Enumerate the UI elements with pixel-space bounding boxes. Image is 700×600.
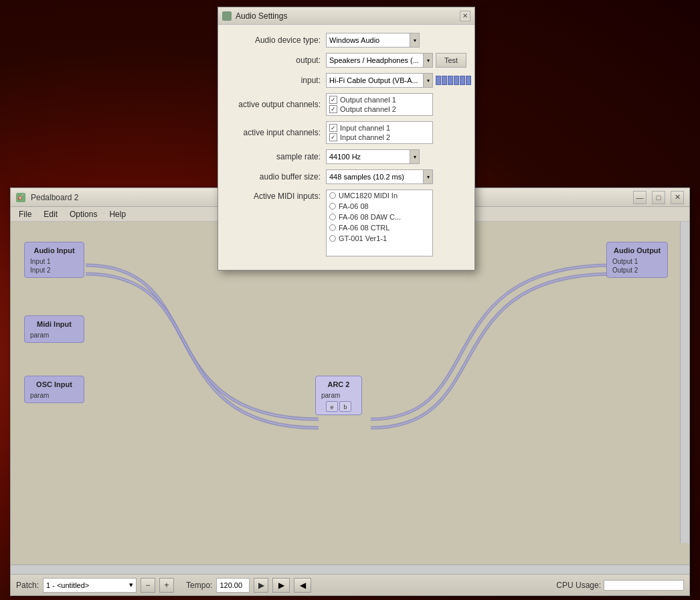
output-channels-label: active output channels: (229, 100, 326, 109)
level-bar-5 (460, 76, 465, 85)
output-channel-1[interactable]: ✓ Output channel 1 (329, 95, 430, 104)
midi-label-3: FA-06 08 DAW C... (339, 213, 401, 221)
output-channel-2-checkbox[interactable]: ✓ (329, 105, 337, 113)
close-button[interactable]: ✕ (671, 191, 684, 204)
output-row: output: Speakers / Headphones (... ▾ Tes… (229, 53, 464, 68)
vertical-scrollbar[interactable] (680, 222, 689, 543)
cpu-bar-container: CPU Usage: (556, 580, 684, 591)
midi-label-4: FA-06 08 CTRL (339, 224, 389, 232)
sample-rate-row: sample rate: 44100 Hz ▾ (229, 149, 464, 164)
audio-device-type-select[interactable]: Windows Audio ▾ (326, 33, 420, 48)
play-button[interactable]: ▶ (272, 578, 290, 593)
output-channel-1-label: Output channel 1 (340, 96, 396, 104)
midi-item-1[interactable]: UMC1820 MIDI In (327, 190, 432, 201)
arc2-node[interactable]: ARC 2 param e b (315, 376, 362, 415)
midi-item-3[interactable]: FA-06 08 DAW C... (327, 212, 432, 222)
input-control: Hi-Fi Cable Output (VB-A... ▾ (326, 73, 471, 88)
patch-label: Patch: (16, 581, 39, 590)
audio-device-type-label: Audio device type: (229, 35, 326, 45)
sample-rate-label: sample rate: (229, 152, 326, 161)
buffer-size-select[interactable]: 448 samples (10.2 ms) ▾ (326, 169, 433, 184)
output-select[interactable]: Speakers / Headphones (... ▾ (326, 53, 433, 68)
buffer-size-value: 448 samples (10.2 ms) (327, 173, 423, 181)
dialog-body: Audio device type: Windows Audio ▾ outpu… (218, 25, 474, 270)
pedalboard-icon: 🎸 (16, 193, 25, 202)
input-channels-label: active input channels: (229, 128, 326, 137)
osc-input-node[interactable]: OSC Input param (24, 376, 84, 403)
audio-input-port1: Input 1 (29, 257, 80, 266)
input-channel-2-label: Input channel 2 (340, 133, 390, 141)
input-select[interactable]: Hi-Fi Cable Output (VB-A... ▾ (326, 73, 433, 88)
menu-edit[interactable]: Edit (38, 208, 63, 220)
output-control: Speakers / Headphones (... ▾ Test (326, 53, 466, 68)
midi-input-node[interactable]: Midi Input param (24, 315, 84, 343)
midi-inputs-list[interactable]: UMC1820 MIDI In FA-06 08 FA-06 08 DAW C.… (326, 190, 433, 256)
level-bar-1 (436, 76, 441, 85)
patch-minus-button[interactable]: − (141, 578, 155, 593)
tempo-value[interactable]: 120.00 (216, 578, 250, 593)
input-channel-2-checkbox[interactable]: ✓ (329, 133, 337, 141)
input-channel-1-checkbox[interactable]: ✓ (329, 124, 337, 132)
patch-select[interactable]: 1 - <untitled> ▾ (43, 578, 137, 593)
rewind-button[interactable]: ◀ (294, 578, 311, 593)
midi-item-2[interactable]: FA-06 08 (327, 201, 432, 212)
midi-label-2: FA-06 08 (339, 202, 369, 210)
audio-output-node[interactable]: Audio Output Output 1 Output 2 (606, 242, 668, 278)
output-channel-2[interactable]: ✓ Output channel 2 (329, 104, 430, 114)
patch-value: 1 - <untitled> (46, 581, 89, 589)
audio-output-title: Audio Output (611, 245, 663, 256)
midi-radio-3[interactable] (329, 214, 336, 220)
audio-input-node[interactable]: Audio Input Input 1 Input 2 (24, 242, 84, 278)
input-arrow: ▾ (423, 74, 432, 87)
dialog-close-button[interactable]: ✕ (460, 11, 470, 21)
midi-radio-4[interactable] (329, 224, 336, 231)
output-channels-control: ✓ Output channel 1 ✓ Output channel 2 (326, 93, 464, 116)
arc2-param: param (320, 391, 357, 400)
horizontal-scrollbar[interactable] (11, 565, 689, 574)
input-channels-row: active input channels: ✓ Input channel 1… (229, 121, 464, 144)
menu-file[interactable]: File (13, 208, 37, 220)
audio-settings-dialog[interactable]: Audio Settings ✕ Audio device type: Wind… (217, 7, 475, 271)
arc2-b-button[interactable]: b (339, 401, 351, 412)
level-bar-4 (454, 76, 459, 85)
patch-dropdown-arrow: ▾ (129, 581, 133, 589)
midi-item-5[interactable]: GT-001 Ver1-1 (327, 233, 432, 244)
midi-input-param: param (29, 331, 80, 340)
midi-inputs-control: UMC1820 MIDI In FA-06 08 FA-06 08 DAW C.… (326, 190, 464, 256)
menu-help[interactable]: Help (104, 208, 131, 220)
midi-radio-5[interactable] (329, 235, 336, 242)
level-bar-6 (466, 76, 471, 85)
midi-inputs-label: Active MIDI inputs: (229, 190, 326, 201)
cpu-label: CPU Usage: (556, 581, 601, 590)
pedalboard-canvas: Audio Input Input 1 Input 2 Midi Input p… (11, 222, 689, 574)
input-channel-1-label: Input channel 1 (340, 124, 390, 132)
tempo-arrow[interactable]: ▶ (254, 578, 268, 593)
midi-item-4[interactable]: FA-06 08 CTRL (327, 222, 432, 233)
bottom-bar: Patch: 1 - <untitled> ▾ − + Tempo: 120.0… (11, 574, 689, 595)
menu-options[interactable]: Options (64, 208, 102, 220)
midi-input-title: Midi Input (29, 319, 80, 329)
maximize-button[interactable]: □ (652, 191, 665, 204)
minimize-button[interactable]: — (633, 191, 646, 204)
midi-radio-1[interactable] (329, 192, 336, 199)
input-value: Hi-Fi Cable Output (VB-A... (327, 76, 423, 84)
midi-label-5: GT-001 Ver1-1 (339, 234, 387, 242)
arc2-e-button[interactable]: e (326, 401, 338, 412)
midi-label-1: UMC1820 MIDI In (339, 192, 398, 200)
audio-device-type-control: Windows Audio ▾ (326, 33, 464, 48)
audio-device-type-row: Audio device type: Windows Audio ▾ (229, 33, 464, 48)
output-label: output: (229, 56, 326, 65)
sample-rate-select[interactable]: 44100 Hz ▾ (326, 149, 420, 164)
sample-rate-value: 44100 Hz (327, 153, 410, 161)
test-button[interactable]: Test (436, 53, 466, 68)
buffer-size-control: 448 samples (10.2 ms) ▾ (326, 169, 464, 184)
dialog-title: Audio Settings (236, 11, 456, 21)
osc-input-title: OSC Input (29, 379, 80, 390)
input-channel-1[interactable]: ✓ Input channel 1 (329, 123, 430, 133)
audio-input-title: Audio Input (29, 245, 80, 256)
output-channel-1-checkbox[interactable]: ✓ (329, 96, 337, 104)
buffer-size-row: audio buffer size: 448 samples (10.2 ms)… (229, 169, 464, 184)
patch-plus-button[interactable]: + (159, 578, 174, 593)
midi-radio-2[interactable] (329, 203, 336, 210)
input-channel-2[interactable]: ✓ Input channel 2 (329, 133, 430, 142)
